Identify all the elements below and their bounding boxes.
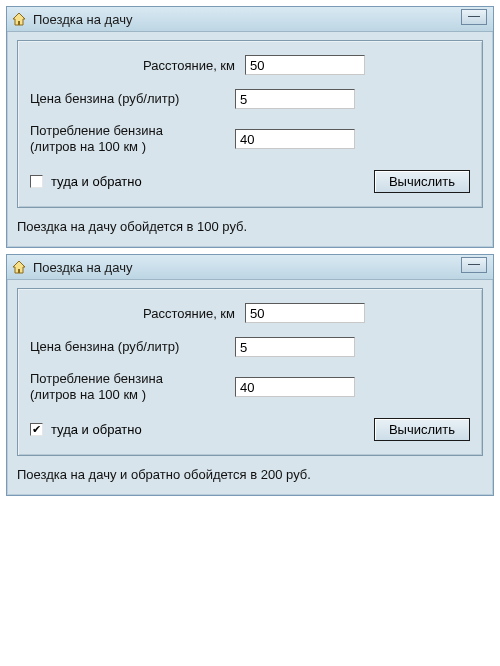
window-trip-calc-1: Поездка на дачу — Расстояние, км Цена бе… — [6, 6, 494, 248]
app-icon — [11, 11, 27, 27]
calculate-button[interactable]: Вычислить — [374, 170, 470, 193]
distance-label: Расстояние, км — [30, 58, 245, 73]
result-text: Поездка на дачу обойдется в 100 руб. — [17, 218, 483, 236]
consumption-label: Потребление бензина (литров на 100 км ) — [30, 371, 235, 404]
consumption-label-line2: (литров на 100 км ) — [30, 387, 146, 402]
roundtrip-checkbox[interactable]: ✔ — [30, 423, 43, 436]
consumption-label-line1: Потребление бензина — [30, 371, 163, 386]
price-label: Цена бензина (руб/литр) — [30, 91, 235, 107]
distance-label: Расстояние, км — [30, 306, 245, 321]
svg-rect-3 — [18, 269, 20, 273]
window-title: Поездка на дачу — [33, 12, 132, 27]
distance-input[interactable] — [245, 303, 365, 323]
distance-input[interactable] — [245, 55, 365, 75]
calculate-button[interactable]: Вычислить — [374, 418, 470, 441]
price-label: Цена бензина (руб/литр) — [30, 339, 235, 355]
svg-rect-1 — [18, 21, 20, 25]
consumption-input[interactable] — [235, 129, 355, 149]
price-input[interactable] — [235, 89, 355, 109]
price-input[interactable] — [235, 337, 355, 357]
titlebar[interactable]: Поездка на дачу — — [7, 7, 493, 32]
consumption-label-line2: (литров на 100 км ) — [30, 139, 146, 154]
window-title: Поездка на дачу — [33, 260, 132, 275]
minimize-button[interactable]: — — [461, 257, 487, 273]
window-trip-calc-2: Поездка на дачу — Расстояние, км Цена бе… — [6, 254, 494, 496]
client-area: Расстояние, км Цена бензина (руб/литр) П… — [7, 280, 493, 495]
form-panel: Расстояние, км Цена бензина (руб/литр) П… — [17, 40, 483, 208]
roundtrip-label: туда и обратно — [51, 174, 142, 189]
client-area: Расстояние, км Цена бензина (руб/литр) П… — [7, 32, 493, 247]
result-text: Поездка на дачу и обратно обойдется в 20… — [17, 466, 483, 484]
consumption-label: Потребление бензина (литров на 100 км ) — [30, 123, 235, 156]
roundtrip-label: туда и обратно — [51, 422, 142, 437]
minimize-button[interactable]: — — [461, 9, 487, 25]
consumption-input[interactable] — [235, 377, 355, 397]
titlebar[interactable]: Поездка на дачу — — [7, 255, 493, 280]
consumption-label-line1: Потребление бензина — [30, 123, 163, 138]
roundtrip-checkbox[interactable] — [30, 175, 43, 188]
form-panel: Расстояние, км Цена бензина (руб/литр) П… — [17, 288, 483, 456]
app-icon — [11, 259, 27, 275]
